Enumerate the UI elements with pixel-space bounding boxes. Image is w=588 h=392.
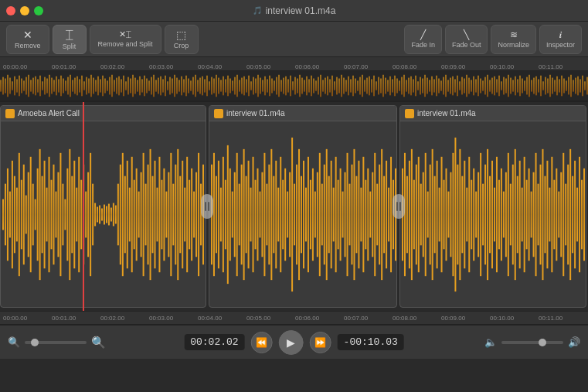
svg-rect-255 [0, 71, 588, 101]
remove-split-button[interactable]: ✕⌶ Remove and Split [90, 25, 161, 54]
svg-rect-483 [535, 153, 537, 276]
clip-name-interview2: interview 01.m4a [417, 109, 476, 118]
svg-rect-447 [452, 153, 454, 276]
window-title: 🎵 interview 01.m4a [253, 5, 336, 16]
svg-rect-266 [25, 196, 27, 234]
overview-waveform[interactable] [0, 71, 588, 102]
svg-rect-399 [338, 180, 339, 250]
fade-out-button[interactable]: ╲ Fade Out [445, 25, 488, 54]
svg-rect-308 [122, 153, 124, 276]
svg-rect-474 [515, 149, 516, 280]
svg-rect-359 [246, 176, 247, 254]
svg-rect-473 [512, 165, 514, 264]
ruler-tick: 00:10.00 [490, 63, 514, 70]
svg-rect-439 [434, 176, 436, 254]
svg-rect-305 [115, 206, 117, 224]
svg-rect-400 [340, 169, 342, 261]
svg-rect-310 [127, 161, 128, 268]
remove-button[interactable]: ✕ Remove [6, 25, 49, 54]
svg-rect-345 [213, 153, 215, 276]
svg-rect-394 [326, 149, 328, 280]
svg-rect-482 [533, 172, 535, 257]
svg-rect-428 [409, 161, 410, 268]
join-handle-2[interactable] [393, 194, 405, 219]
svg-rect-361 [250, 188, 252, 242]
svg-rect-299 [101, 209, 103, 221]
svg-rect-356 [239, 184, 240, 246]
svg-rect-367 [263, 153, 265, 276]
svg-rect-477 [522, 188, 523, 242]
normalize-button[interactable]: ≋ Normalize [491, 25, 536, 54]
svg-rect-392 [321, 184, 323, 246]
svg-rect-442 [441, 157, 443, 272]
clip-header-amoeba: Amoeba Alert Call [1, 106, 206, 121]
svg-rect-397 [333, 188, 335, 242]
fast-forward-button[interactable]: ⏩ [310, 332, 331, 353]
svg-rect-357 [241, 165, 243, 264]
current-time-display: 00:02.02 [184, 334, 244, 350]
svg-rect-315 [138, 192, 140, 238]
zoom-in-icon[interactable]: 🔍 [91, 336, 106, 349]
playhead[interactable] [83, 102, 84, 311]
clip-interview1[interactable]: interview 01.m4a [209, 105, 397, 308]
svg-rect-450 [459, 149, 461, 280]
remove-icon: ✕ [23, 29, 32, 40]
transport-controls: 00:02.02 ⏪ ▶ ⏩ -00:10.03 [184, 330, 404, 355]
join-handle-1[interactable] [201, 194, 213, 219]
close-button[interactable] [6, 6, 15, 15]
svg-rect-457 [475, 192, 477, 238]
rewind-button[interactable]: ⏪ [251, 332, 273, 353]
svg-rect-284 [66, 169, 68, 261]
svg-rect-388 [312, 169, 314, 261]
svg-rect-373 [277, 188, 279, 242]
inspector-button[interactable]: 𝒊 Inspector [539, 25, 582, 54]
svg-rect-309 [124, 176, 126, 254]
tracks-area[interactable]: Amoeba Alert Call [0, 102, 588, 311]
svg-rect-270 [35, 199, 36, 230]
svg-rect-272 [39, 149, 41, 280]
svg-rect-370 [270, 149, 272, 280]
svg-rect-382 [298, 149, 300, 280]
svg-rect-484 [538, 184, 539, 246]
svg-rect-463 [489, 176, 491, 254]
zoom-slider[interactable] [25, 341, 87, 344]
svg-rect-327 [165, 192, 167, 238]
fade-in-button[interactable]: ╱ Fade In [404, 25, 442, 54]
svg-rect-339 [193, 192, 195, 238]
svg-rect-371 [273, 176, 274, 254]
play-button[interactable]: ▶ [279, 330, 304, 355]
zoom-out-icon[interactable]: 🔍 [8, 336, 20, 348]
zoom-thumb[interactable] [31, 339, 39, 346]
bottom-tick: 00:07.00 [344, 315, 368, 322]
split-button[interactable]: ⌶ Split [53, 25, 87, 54]
svg-rect-459 [480, 153, 481, 276]
svg-rect-438 [432, 149, 433, 280]
svg-rect-358 [243, 149, 245, 280]
svg-rect-296 [94, 203, 96, 227]
svg-rect-460 [482, 184, 484, 246]
svg-rect-420 [386, 161, 387, 268]
svg-rect-334 [182, 161, 183, 268]
svg-rect-470 [505, 172, 507, 257]
volume-thumb[interactable] [539, 339, 546, 346]
svg-rect-430 [413, 180, 415, 250]
crop-button[interactable]: ⬚ Crop [165, 25, 199, 54]
minimize-button[interactable] [20, 6, 29, 15]
svg-rect-500 [574, 161, 576, 268]
clip-interview2[interactable]: interview 01.m4a [399, 105, 586, 308]
svg-rect-421 [388, 188, 389, 242]
maximize-button[interactable] [34, 6, 43, 15]
volume-low-icon[interactable]: 🔈 [484, 336, 497, 348]
split-icon: ⌶ [66, 29, 73, 41]
clip-amoeba[interactable]: Amoeba Alert Call [0, 105, 206, 308]
svg-rect-300 [104, 205, 105, 225]
svg-rect-471 [508, 153, 509, 276]
svg-rect-418 [381, 149, 382, 280]
svg-rect-478 [524, 157, 525, 272]
svg-rect-259 [9, 192, 11, 238]
volume-high-icon[interactable]: 🔊 [568, 336, 580, 348]
svg-rect-346 [216, 176, 217, 254]
volume-slider[interactable] [501, 341, 563, 344]
transport-bar: 🔍 🔍 00:02.02 ⏪ ▶ ⏩ -00:10.03 🔈 🔊 [0, 325, 588, 359]
ruler-tick: 00:07.00 [344, 63, 368, 70]
